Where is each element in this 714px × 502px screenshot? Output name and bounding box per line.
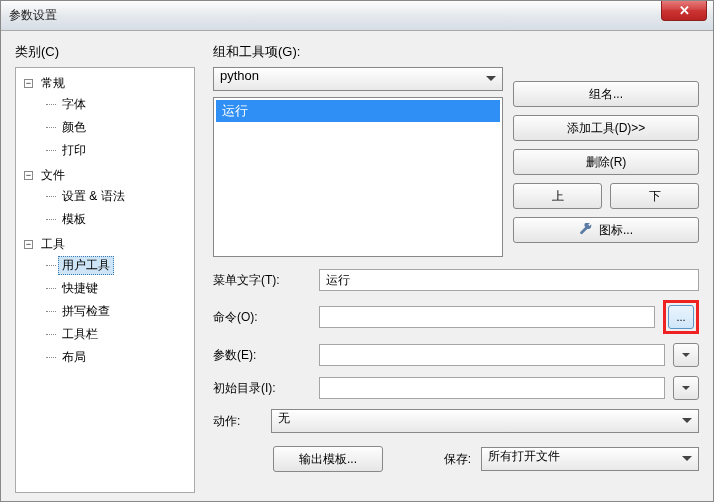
initdir-input[interactable] bbox=[319, 377, 665, 399]
tree-toggle-icon[interactable]: − bbox=[24, 79, 33, 88]
tree-node-tools[interactable]: 工具 bbox=[37, 235, 69, 254]
titlebar: 参数设置 ✕ bbox=[1, 1, 713, 31]
tree-node-color[interactable]: 颜色 bbox=[58, 118, 90, 137]
params-dropdown-button[interactable] bbox=[673, 343, 699, 367]
list-item[interactable]: 运行 bbox=[216, 100, 500, 122]
tool-listbox[interactable]: 运行 bbox=[213, 97, 503, 257]
group-row: python 运行 组名... 添加工具(D)>> 删除(R) 上 下 bbox=[213, 67, 699, 257]
tree-node-settings-syntax[interactable]: 设置 & 语法 bbox=[58, 187, 129, 206]
tree-node-layout[interactable]: 布局 bbox=[58, 348, 90, 367]
initdir-label: 初始目录(I): bbox=[213, 380, 311, 397]
icon-button-label: 图标... bbox=[599, 222, 633, 239]
save-label: 保存: bbox=[444, 451, 471, 468]
action-select[interactable]: 无 bbox=[271, 409, 699, 433]
group-button-col: 组名... 添加工具(D)>> 删除(R) 上 下 图标... bbox=[513, 81, 699, 243]
tree-node-user-tools[interactable]: 用户工具 bbox=[58, 256, 114, 275]
tree-node-toolbar[interactable]: 工具栏 bbox=[58, 325, 102, 344]
action-label: 动作: bbox=[213, 413, 263, 430]
window-title: 参数设置 bbox=[9, 7, 57, 24]
save-select[interactable]: 所有打开文件 bbox=[481, 447, 699, 471]
tree-toggle-icon[interactable]: − bbox=[24, 240, 33, 249]
close-button[interactable]: ✕ bbox=[661, 1, 707, 21]
menu-text-input[interactable] bbox=[319, 269, 699, 291]
action-select-value: 无 bbox=[278, 411, 290, 425]
move-down-button[interactable]: 下 bbox=[610, 183, 699, 209]
initdir-dropdown-button[interactable] bbox=[673, 376, 699, 400]
save-select-value: 所有打开文件 bbox=[488, 449, 560, 463]
detail-panel: 组和工具项(G): python 运行 组名... 添加工具(D)>> 删除(R… bbox=[195, 43, 699, 493]
group-label: 组和工具项(G): bbox=[213, 43, 699, 61]
params-label: 参数(E): bbox=[213, 347, 311, 364]
params-input[interactable] bbox=[319, 344, 665, 366]
tree-node-general[interactable]: 常规 bbox=[37, 74, 69, 93]
command-browse-button[interactable]: ... bbox=[668, 305, 694, 329]
content-area: 类别(C) −常规 字体 颜色 打印 −文件 设置 & 语法 模板 bbox=[1, 31, 713, 501]
tree-node-shortcuts[interactable]: 快捷键 bbox=[58, 279, 102, 298]
group-name-button[interactable]: 组名... bbox=[513, 81, 699, 107]
add-tool-button[interactable]: 添加工具(D)>> bbox=[513, 115, 699, 141]
tree-node-file[interactable]: 文件 bbox=[37, 166, 69, 185]
category-tree[interactable]: −常规 字体 颜色 打印 −文件 设置 & 语法 模板 −工具 bbox=[15, 67, 195, 493]
group-left-col: python 运行 bbox=[213, 67, 503, 257]
dialog-window: 参数设置 ✕ 类别(C) −常规 字体 颜色 打印 −文件 bbox=[0, 0, 714, 502]
icon-button[interactable]: 图标... bbox=[513, 217, 699, 243]
highlight-box: ... bbox=[663, 300, 699, 334]
close-icon: ✕ bbox=[679, 3, 690, 18]
tree-node-spellcheck[interactable]: 拼写检查 bbox=[58, 302, 114, 321]
category-panel: 类别(C) −常规 字体 颜色 打印 −文件 设置 & 语法 模板 bbox=[15, 43, 195, 493]
category-label: 类别(C) bbox=[15, 43, 195, 61]
delete-button[interactable]: 删除(R) bbox=[513, 149, 699, 175]
wrench-icon bbox=[579, 223, 593, 237]
tree-node-font[interactable]: 字体 bbox=[58, 95, 90, 114]
menu-text-label: 菜单文字(T): bbox=[213, 272, 311, 289]
command-input[interactable] bbox=[319, 306, 655, 328]
tree-node-template[interactable]: 模板 bbox=[58, 210, 90, 229]
move-up-button[interactable]: 上 bbox=[513, 183, 602, 209]
tree-node-print[interactable]: 打印 bbox=[58, 141, 90, 160]
command-label: 命令(O): bbox=[213, 309, 311, 326]
form-area: 菜单文字(T): 命令(O): ... 参数(E): 初始目录(I): bbox=[213, 269, 699, 472]
group-select-value: python bbox=[220, 68, 259, 83]
tree-toggle-icon[interactable]: − bbox=[24, 171, 33, 180]
output-template-button[interactable]: 输出模板... bbox=[273, 446, 383, 472]
group-select[interactable]: python bbox=[213, 67, 503, 91]
